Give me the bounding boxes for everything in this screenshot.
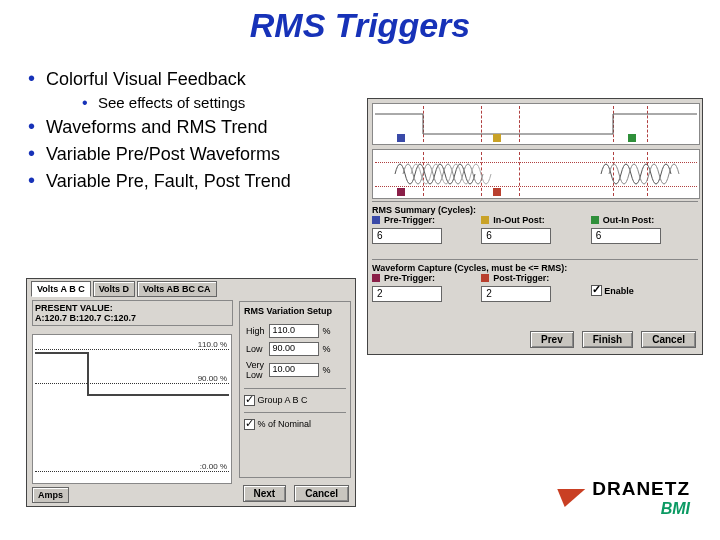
input-vlow[interactable]: 10.00 [269, 363, 319, 377]
input-low[interactable]: 90.00 [269, 342, 319, 356]
waveform-chart [372, 149, 700, 199]
legend-square-inout [481, 216, 489, 224]
prev-button[interactable]: Prev [530, 331, 574, 348]
row-high-unit: % [321, 322, 333, 340]
marker-wave-pre [397, 188, 405, 196]
threshold-step [33, 335, 231, 483]
rms-summary-title: RMS Summary (Cycles): [372, 201, 698, 215]
legend-square-pre [372, 216, 380, 224]
bullet-3-text: Variable Pre/Post Waveforms [46, 144, 280, 164]
present-values: A:120.7 B:120.7 C:120.7 [35, 313, 230, 323]
nominal-checkbox[interactable] [244, 419, 255, 430]
legend-square-outin [591, 216, 599, 224]
slide-title: RMS Triggers [0, 6, 720, 45]
lbl-enable: Enable [604, 286, 634, 296]
brand-logo: DRANETZ BMI [554, 478, 690, 518]
tab-volts-line[interactable]: Volts AB BC CA [137, 281, 217, 297]
cancel-button-right[interactable]: Cancel [641, 331, 696, 348]
bolt-icon [551, 489, 586, 507]
group-checkbox[interactable] [244, 395, 255, 406]
wave-capture-title: Waveform Capture (Cycles, must be <= RMS… [372, 259, 698, 273]
bullet-1-sub-1-text: See effects of settings [98, 94, 245, 111]
bullet-1-text: Colorful Visual Feedback [46, 69, 246, 89]
finish-button[interactable]: Finish [582, 331, 633, 348]
val-wave-pre[interactable]: 2 [372, 286, 442, 302]
val-pre-trigger[interactable]: 6 [372, 228, 442, 244]
row-high-label: High [244, 322, 267, 340]
row-vlow-label-1: Very [246, 360, 264, 370]
legend-square-wpost [481, 274, 489, 282]
brand-subname: BMI [592, 500, 690, 518]
row-low-label: Low [244, 340, 267, 358]
tab-volts-d[interactable]: Volts D [93, 281, 135, 297]
group-label: Group A B C [258, 395, 308, 405]
lbl-out-in-post: Out-In Post: [603, 215, 655, 225]
rms-step-line [373, 104, 699, 144]
row-vlow-label-2: Low [246, 370, 263, 380]
val-in-out-post[interactable]: 6 [481, 228, 551, 244]
row-low-unit: % [321, 340, 333, 358]
cancel-button-left[interactable]: Cancel [294, 485, 349, 502]
marker-inout [493, 134, 501, 142]
rms-capture-panel: RMS Summary (Cycles): Pre-Trigger: 6 In-… [367, 98, 703, 355]
waveform-svg [373, 150, 699, 198]
brand-name: DRANETZ [592, 478, 690, 500]
next-button[interactable]: Next [243, 485, 287, 502]
lbl-in-out-post: In-Out Post: [493, 215, 545, 225]
bullet-4-text: Variable Pre, Fault, Post Trend [46, 171, 291, 191]
val-out-in-post[interactable]: 6 [591, 228, 661, 244]
rms-variation-panel: Volts A B C Volts D Volts AB BC CA PRESE… [26, 278, 356, 507]
input-high[interactable]: 110.0 [269, 324, 319, 338]
setup-title: RMS Variation Setup [244, 306, 346, 316]
lbl-wave-pre: Pre-Trigger: [384, 273, 435, 283]
marker-pre [397, 134, 405, 142]
marker-wave-post [493, 188, 501, 196]
bullet-2-text: Waveforms and RMS Trend [46, 117, 267, 137]
val-wave-post[interactable]: 2 [481, 286, 551, 302]
row-vlow-unit: % [321, 358, 333, 382]
present-value-box: PRESENT VALUE: A:120.7 B:120.7 C:120.7 [32, 300, 233, 326]
lbl-pre-trigger: Pre-Trigger: [384, 215, 435, 225]
tab-amps[interactable]: Amps [32, 487, 69, 503]
marker-outin [628, 134, 636, 142]
nominal-label: % of Nominal [258, 419, 312, 429]
channel-tabs: Volts A B C Volts D Volts AB BC CA [31, 281, 217, 297]
legend-square-wpre [372, 274, 380, 282]
setup-box: RMS Variation Setup High 110.0 % Low 90.… [239, 301, 351, 478]
rms-summary-chart [372, 103, 700, 145]
lbl-wave-post: Post-Trigger: [493, 273, 549, 283]
threshold-chart: 110.0 % 90.00 % :0.00 % [32, 334, 232, 484]
present-header: PRESENT VALUE: [35, 303, 230, 313]
tab-volts-abc[interactable]: Volts A B C [31, 281, 91, 297]
enable-checkbox[interactable] [591, 285, 602, 296]
